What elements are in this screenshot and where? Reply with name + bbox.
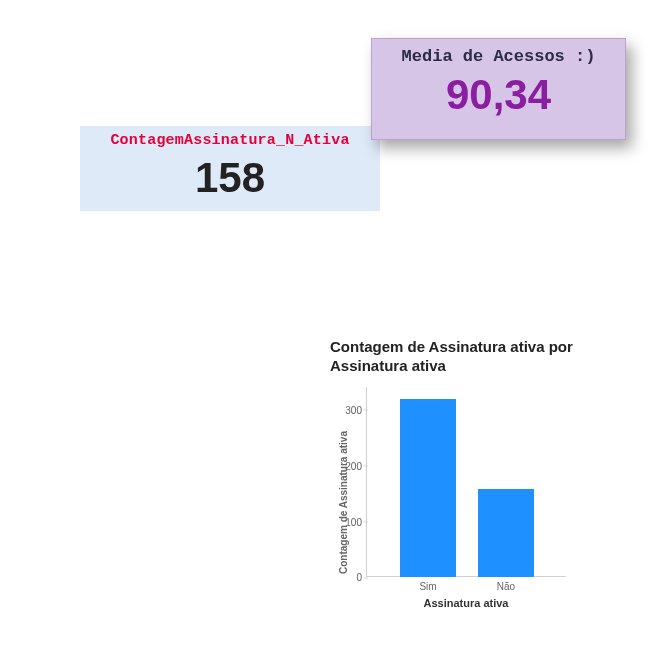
- card-inactive-subscriptions-title: ContagemAssinatura_N_Ativa: [80, 126, 380, 149]
- card-inactive-subscriptions-value: 158: [80, 157, 380, 199]
- chart-plot-area: 0 100 200 300 Sim Não Assinatura ativa: [366, 387, 566, 577]
- chart-y-tick: 0: [336, 572, 362, 583]
- bar-chart[interactable]: Contagem de Assinatura ativa por Assinat…: [330, 337, 640, 607]
- chart-bar-nao[interactable]: [478, 489, 534, 577]
- chart-title: Contagem de Assinatura ativa por Assinat…: [330, 337, 580, 375]
- chart-bar-sim[interactable]: [400, 399, 456, 578]
- card-average-access-title: Media de Acessos :): [372, 39, 625, 66]
- chart-y-axis-label: Contagem de Assinatura ativa: [338, 408, 349, 598]
- card-average-access-value: 90,34: [372, 74, 625, 116]
- chart-x-tick-nao: Não: [478, 581, 534, 592]
- card-average-access[interactable]: Media de Acessos :) 90,34: [371, 38, 626, 140]
- chart-x-axis-label: Assinatura ativa: [366, 597, 566, 609]
- card-inactive-subscriptions[interactable]: ContagemAssinatura_N_Ativa 158: [80, 126, 380, 211]
- chart-y-tick: 100: [336, 516, 362, 527]
- chart-x-tick-sim: Sim: [400, 581, 456, 592]
- chart-y-tick: 300: [336, 404, 362, 415]
- chart-body: Contagem de Assinatura ativa 0 100 200 3…: [330, 387, 640, 607]
- chart-y-tick: 200: [336, 460, 362, 471]
- chart-bars: [366, 387, 566, 577]
- dashboard-canvas: ContagemAssinatura_N_Ativa 158 Media de …: [0, 0, 658, 654]
